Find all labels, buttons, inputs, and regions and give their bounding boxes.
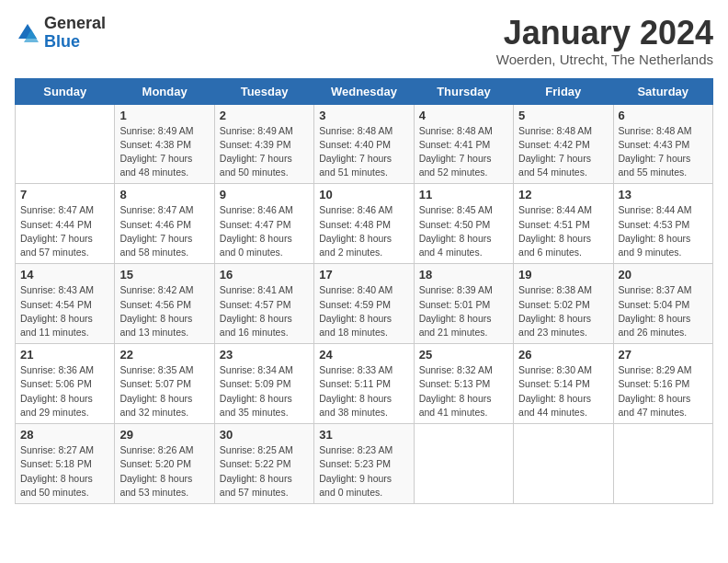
calendar-cell: 7Sunrise: 8:47 AMSunset: 4:44 PMDaylight… xyxy=(16,184,115,264)
day-number: 9 xyxy=(220,188,309,201)
day-info: Sunrise: 8:47 AMSunset: 4:44 PMDaylight:… xyxy=(20,203,109,259)
day-number: 11 xyxy=(419,188,508,201)
day-info: Sunrise: 8:33 AMSunset: 5:11 PMDaylight:… xyxy=(319,363,408,419)
day-info: Sunrise: 8:43 AMSunset: 4:54 PMDaylight:… xyxy=(20,283,109,339)
day-info: Sunrise: 8:37 AMSunset: 5:04 PMDaylight:… xyxy=(619,283,708,339)
day-number: 23 xyxy=(220,348,309,362)
calendar-cell: 26Sunrise: 8:30 AMSunset: 5:14 PMDayligh… xyxy=(514,344,613,424)
calendar-cell: 12Sunrise: 8:44 AMSunset: 4:51 PMDayligh… xyxy=(514,184,613,264)
day-info: Sunrise: 8:47 AMSunset: 4:46 PMDaylight:… xyxy=(119,203,209,259)
day-number: 21 xyxy=(20,348,109,362)
calendar-cell: 20Sunrise: 8:37 AMSunset: 5:04 PMDayligh… xyxy=(613,264,712,344)
calendar-cell xyxy=(613,424,712,504)
day-info: Sunrise: 8:34 AMSunset: 5:09 PMDaylight:… xyxy=(220,363,309,419)
day-info: Sunrise: 8:39 AMSunset: 5:01 PMDaylight:… xyxy=(419,283,508,339)
calendar-cell: 14Sunrise: 8:43 AMSunset: 4:54 PMDayligh… xyxy=(16,264,115,344)
day-number: 4 xyxy=(419,109,508,122)
day-info: Sunrise: 8:25 AMSunset: 5:22 PMDaylight:… xyxy=(220,443,309,500)
dow-header: Sunday xyxy=(16,78,115,104)
day-number: 24 xyxy=(319,348,408,362)
calendar-cell: 2Sunrise: 8:49 AMSunset: 4:39 PMDaylight… xyxy=(214,104,313,184)
calendar-cell xyxy=(514,424,613,504)
day-number: 1 xyxy=(119,109,209,122)
day-info: Sunrise: 8:23 AMSunset: 5:23 PMDaylight:… xyxy=(319,443,408,500)
calendar-cell: 24Sunrise: 8:33 AMSunset: 5:11 PMDayligh… xyxy=(314,344,414,424)
day-info: Sunrise: 8:49 AMSunset: 4:38 PMDaylight:… xyxy=(119,124,209,180)
title-block: January 2024 Woerden, Utrecht, The Nethe… xyxy=(496,15,713,67)
calendar-cell: 1Sunrise: 8:49 AMSunset: 4:38 PMDaylight… xyxy=(115,104,214,184)
calendar-cell: 4Sunrise: 8:48 AMSunset: 4:41 PMDaylight… xyxy=(414,104,513,184)
day-number: 16 xyxy=(220,268,309,282)
calendar-cell: 29Sunrise: 8:26 AMSunset: 5:20 PMDayligh… xyxy=(115,424,214,504)
day-info: Sunrise: 8:44 AMSunset: 4:53 PMDaylight:… xyxy=(619,203,708,259)
calendar-cell xyxy=(16,104,115,184)
calendar-cell: 9Sunrise: 8:46 AMSunset: 4:47 PMDaylight… xyxy=(214,184,313,264)
location-subtitle: Woerden, Utrecht, The Netherlands xyxy=(496,52,713,67)
dow-header: Wednesday xyxy=(314,78,414,104)
day-info: Sunrise: 8:32 AMSunset: 5:13 PMDaylight:… xyxy=(419,363,508,419)
day-number: 3 xyxy=(319,109,408,122)
day-number: 26 xyxy=(518,348,608,362)
calendar-cell: 16Sunrise: 8:41 AMSunset: 4:57 PMDayligh… xyxy=(214,264,313,344)
calendar-cell: 28Sunrise: 8:27 AMSunset: 5:18 PMDayligh… xyxy=(16,424,115,504)
day-number: 2 xyxy=(220,109,309,122)
calendar-cell: 22Sunrise: 8:35 AMSunset: 5:07 PMDayligh… xyxy=(115,344,214,424)
day-info: Sunrise: 8:35 AMSunset: 5:07 PMDaylight:… xyxy=(119,363,209,419)
calendar-cell: 23Sunrise: 8:34 AMSunset: 5:09 PMDayligh… xyxy=(214,344,313,424)
page-header: General Blue January 2024 Woerden, Utrec… xyxy=(15,15,713,67)
day-info: Sunrise: 8:49 AMSunset: 4:39 PMDaylight:… xyxy=(220,124,309,180)
calendar-cell: 30Sunrise: 8:25 AMSunset: 5:22 PMDayligh… xyxy=(214,424,313,504)
calendar-cell: 8Sunrise: 8:47 AMSunset: 4:46 PMDaylight… xyxy=(115,184,214,264)
day-info: Sunrise: 8:29 AMSunset: 5:16 PMDaylight:… xyxy=(619,363,708,419)
logo: General Blue xyxy=(15,15,106,52)
day-number: 20 xyxy=(619,268,708,282)
day-number: 14 xyxy=(20,268,109,282)
day-info: Sunrise: 8:36 AMSunset: 5:06 PMDaylight:… xyxy=(20,363,109,419)
day-info: Sunrise: 8:48 AMSunset: 4:43 PMDaylight:… xyxy=(619,124,708,180)
day-number: 8 xyxy=(119,188,209,201)
calendar-cell: 19Sunrise: 8:38 AMSunset: 5:02 PMDayligh… xyxy=(514,264,613,344)
day-number: 10 xyxy=(319,188,408,201)
day-number: 6 xyxy=(619,109,708,122)
day-number: 7 xyxy=(20,188,109,201)
day-number: 22 xyxy=(119,348,209,362)
day-number: 18 xyxy=(419,268,508,282)
day-info: Sunrise: 8:48 AMSunset: 4:41 PMDaylight:… xyxy=(419,124,508,180)
day-number: 19 xyxy=(518,268,608,282)
calendar-cell: 13Sunrise: 8:44 AMSunset: 4:53 PMDayligh… xyxy=(613,184,712,264)
day-number: 27 xyxy=(619,348,708,362)
calendar-cell: 18Sunrise: 8:39 AMSunset: 5:01 PMDayligh… xyxy=(414,264,513,344)
day-number: 31 xyxy=(319,428,408,442)
day-number: 29 xyxy=(119,428,209,442)
dow-header: Friday xyxy=(514,78,613,104)
calendar-cell: 5Sunrise: 8:48 AMSunset: 4:42 PMDaylight… xyxy=(514,104,613,184)
day-info: Sunrise: 8:38 AMSunset: 5:02 PMDaylight:… xyxy=(518,283,608,339)
dow-header: Saturday xyxy=(613,78,712,104)
day-number: 28 xyxy=(20,428,109,442)
day-info: Sunrise: 8:45 AMSunset: 4:50 PMDaylight:… xyxy=(419,203,508,259)
logo-text: General Blue xyxy=(44,15,106,52)
day-info: Sunrise: 8:48 AMSunset: 4:42 PMDaylight:… xyxy=(518,124,608,180)
day-number: 25 xyxy=(419,348,508,362)
calendar-cell: 11Sunrise: 8:45 AMSunset: 4:50 PMDayligh… xyxy=(414,184,513,264)
calendar-cell: 6Sunrise: 8:48 AMSunset: 4:43 PMDaylight… xyxy=(613,104,712,184)
calendar-cell: 15Sunrise: 8:42 AMSunset: 4:56 PMDayligh… xyxy=(115,264,214,344)
day-number: 12 xyxy=(518,188,608,201)
calendar-cell: 25Sunrise: 8:32 AMSunset: 5:13 PMDayligh… xyxy=(414,344,513,424)
day-info: Sunrise: 8:44 AMSunset: 4:51 PMDaylight:… xyxy=(518,203,608,259)
day-info: Sunrise: 8:42 AMSunset: 4:56 PMDaylight:… xyxy=(119,283,209,339)
day-info: Sunrise: 8:41 AMSunset: 4:57 PMDaylight:… xyxy=(220,283,309,339)
calendar-cell: 31Sunrise: 8:23 AMSunset: 5:23 PMDayligh… xyxy=(314,424,414,504)
calendar-cell: 21Sunrise: 8:36 AMSunset: 5:06 PMDayligh… xyxy=(16,344,115,424)
day-number: 15 xyxy=(119,268,209,282)
day-info: Sunrise: 8:46 AMSunset: 4:48 PMDaylight:… xyxy=(319,203,408,259)
logo-icon xyxy=(15,20,40,46)
month-title: January 2024 xyxy=(496,15,713,52)
day-info: Sunrise: 8:48 AMSunset: 4:40 PMDaylight:… xyxy=(319,124,408,180)
calendar-cell xyxy=(414,424,513,504)
day-info: Sunrise: 8:30 AMSunset: 5:14 PMDaylight:… xyxy=(518,363,608,419)
calendar-cell: 10Sunrise: 8:46 AMSunset: 4:48 PMDayligh… xyxy=(314,184,414,264)
day-info: Sunrise: 8:27 AMSunset: 5:18 PMDaylight:… xyxy=(20,443,109,500)
day-info: Sunrise: 8:26 AMSunset: 5:20 PMDaylight:… xyxy=(119,443,209,500)
calendar-cell: 27Sunrise: 8:29 AMSunset: 5:16 PMDayligh… xyxy=(613,344,712,424)
